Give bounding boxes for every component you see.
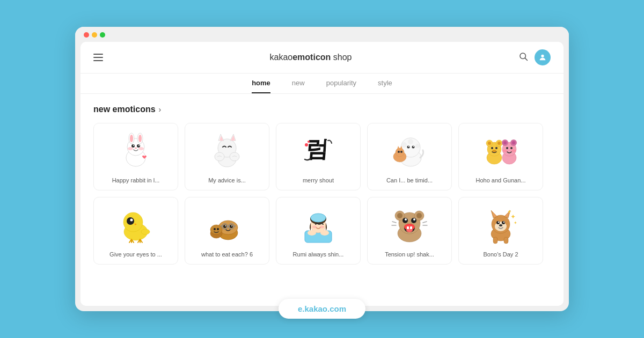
svg-point-69 <box>223 225 226 228</box>
svg-rect-111 <box>504 237 508 244</box>
svg-point-65 <box>130 219 133 222</box>
main-content: new emoticons › <box>80 94 564 306</box>
maximize-dot[interactable] <box>100 32 105 38</box>
title-suffix: shop <box>331 53 352 62</box>
svg-line-105 <box>392 222 396 223</box>
emoticon-image-10: ✦ ✦ ✦ <box>477 204 525 247</box>
emoticon-row-2: Give your eyes to ... <box>93 197 551 264</box>
emoticon-card-4[interactable]: Can I... be timid... <box>367 123 452 190</box>
emoticon-card-2[interactable]: My advice is... <box>185 123 269 190</box>
svg-point-48 <box>491 147 493 149</box>
emoticon-card-8[interactable]: Rumi always shin... <box>276 197 361 264</box>
nav-tabs: home new popularity style <box>80 74 564 94</box>
svg-line-1 <box>525 58 527 60</box>
svg-point-25 <box>305 143 308 146</box>
svg-point-72 <box>231 225 232 226</box>
svg-point-87 <box>320 226 324 229</box>
svg-line-80 <box>221 226 222 226</box>
minimize-dot[interactable] <box>92 32 97 38</box>
svg-point-11 <box>133 145 134 146</box>
emoticon-label-10: Bono's Day 2 <box>465 251 536 258</box>
svg-text:✦: ✦ <box>507 209 511 215</box>
emoticon-label-6: Give your eyes to ... <box>100 251 171 258</box>
svg-point-75 <box>214 228 216 230</box>
emoticon-card-9[interactable]: Tension up! shak... <box>367 197 452 264</box>
title-prefix: kakao <box>270 53 293 62</box>
footer-url: e.kakao.com <box>279 299 365 319</box>
svg-point-10 <box>137 144 140 148</box>
svg-point-12 <box>138 145 140 146</box>
tab-home[interactable]: home <box>252 79 270 93</box>
svg-point-49 <box>495 147 497 149</box>
emoticon-label-4: Can I... be timid... <box>374 177 445 183</box>
svg-point-103 <box>405 218 407 221</box>
browser-dots <box>84 32 105 38</box>
svg-point-47 <box>497 142 501 145</box>
emoticon-card-10[interactable]: ✦ ✦ ✦ Bono's Day 2 <box>458 197 543 264</box>
svg-point-63 <box>141 229 150 234</box>
svg-point-33 <box>396 148 404 157</box>
svg-point-31 <box>408 139 413 144</box>
emoticon-image-9 <box>385 204 434 247</box>
svg-point-120 <box>498 222 499 223</box>
svg-point-15 <box>135 148 137 149</box>
svg-point-9 <box>131 144 135 148</box>
svg-point-41 <box>413 146 414 147</box>
svg-point-121 <box>503 222 504 223</box>
svg-marker-34 <box>397 146 400 149</box>
svg-line-81 <box>234 226 236 226</box>
emoticon-image-2 <box>203 130 251 173</box>
tab-new[interactable]: new <box>292 79 305 93</box>
emoticon-label-3: merry shout <box>283 177 354 183</box>
svg-point-86 <box>312 226 317 229</box>
hamburger-button[interactable] <box>93 54 103 61</box>
emoticon-label-9: Tension up! shak... <box>374 251 445 258</box>
emoticon-image-8 <box>294 204 342 247</box>
svg-point-70 <box>230 225 233 228</box>
browser-content: kakaoemoticon shop home <box>80 42 564 306</box>
emoticon-card-1[interactable]: Happy rabbit in l... <box>93 123 178 190</box>
hamburger-icon <box>93 54 103 61</box>
svg-point-95 <box>416 213 422 218</box>
svg-point-104 <box>413 218 415 221</box>
svg-point-89 <box>320 230 329 236</box>
emoticon-card-3[interactable]: 럼 merry shout <box>276 123 361 190</box>
emoticon-card-7[interactable]: what to eat each? 6 <box>185 197 269 264</box>
svg-point-8 <box>138 135 142 142</box>
emoticon-label-5: Hoho and Gunan... <box>465 177 536 183</box>
svg-point-36 <box>398 151 400 153</box>
search-button[interactable] <box>518 52 528 63</box>
svg-point-13 <box>128 147 133 150</box>
section-arrow[interactable]: › <box>159 105 162 114</box>
emoticon-label-8: Rumi always shin... <box>283 251 354 258</box>
svg-point-64 <box>127 217 134 225</box>
svg-line-107 <box>423 222 427 223</box>
emoticon-image-5 <box>477 130 525 173</box>
svg-point-55 <box>503 141 507 144</box>
close-dot[interactable] <box>84 32 89 38</box>
svg-point-88 <box>308 230 316 236</box>
section-header: new emoticons › <box>93 105 551 114</box>
svg-point-71 <box>225 225 226 226</box>
emoticon-label-2: My advice is... <box>192 177 262 183</box>
svg-point-2 <box>541 55 544 57</box>
user-avatar[interactable] <box>535 49 551 65</box>
svg-point-122 <box>499 224 502 226</box>
tab-style[interactable]: style <box>378 79 392 93</box>
svg-rect-100 <box>410 226 412 229</box>
section-title: new emoticons <box>93 105 156 114</box>
svg-point-26 <box>308 141 310 143</box>
emoticon-card-6[interactable]: Give your eyes to ... <box>93 197 178 264</box>
svg-point-119 <box>502 221 505 224</box>
svg-point-46 <box>488 142 491 145</box>
svg-point-7 <box>130 135 133 142</box>
svg-point-29 <box>401 142 407 148</box>
svg-point-56 <box>512 141 515 144</box>
svg-point-30 <box>415 144 420 148</box>
emoticon-image-7 <box>203 204 251 247</box>
svg-point-58 <box>510 147 513 149</box>
svg-rect-110 <box>493 237 497 244</box>
tab-popularity[interactable]: popularity <box>326 79 356 93</box>
svg-point-60 <box>511 150 516 152</box>
emoticon-card-5[interactable]: Hoho and Gunan... <box>458 123 543 190</box>
